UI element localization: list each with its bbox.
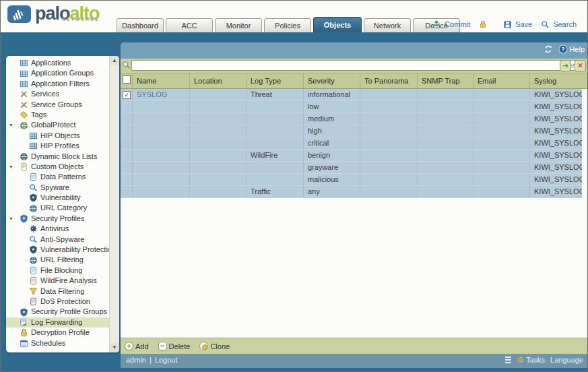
sidebar-item-vulnerability-protection[interactable]: Vulnerability Protection: [6, 245, 109, 255]
object-tree-sidebar: Applications Application Groups Applicat…: [6, 56, 119, 352]
tab-network[interactable]: Network: [364, 18, 411, 32]
row-checkbox[interactable]: ✓: [123, 91, 131, 99]
tab-objects[interactable]: Objects: [313, 17, 362, 32]
column-header-severity[interactable]: Severity: [304, 73, 360, 88]
sidebar-item-vulnerability[interactable]: Vulnerability: [6, 193, 109, 203]
sidebar-item-security-profile-groups[interactable]: Security Profile Groups: [6, 307, 109, 317]
cell-severity: high: [304, 125, 360, 137]
profile-name-link[interactable]: SYSLOG: [137, 90, 167, 98]
table-row[interactable]: WildFire benign KIWI_SYSLOG: [121, 150, 582, 162]
column-header-name[interactable]: Name: [133, 73, 190, 88]
sidebar-item-label: Data Patterns: [40, 172, 86, 182]
sidebar-item-decryption-profile[interactable]: Decryption Profile: [6, 328, 109, 338]
save-icon[interactable]: [503, 20, 512, 29]
sidebar-item-hip-objects[interactable]: HIP Objects: [6, 131, 109, 141]
sidebar-item-label: HIP Profiles: [40, 141, 79, 151]
table-row[interactable]: grayware KIWI_SYSLOG: [121, 162, 582, 174]
table-row[interactable]: Traffic any KIWI_SYSLOG: [121, 186, 582, 198]
sidebar-item-wildfire-analysis[interactable]: WildFire Analysis: [6, 276, 109, 286]
sidebar-item-application-groups[interactable]: Application Groups: [6, 68, 109, 78]
sidebar-item-security-profiles[interactable]: ▼Security Profiles: [6, 214, 109, 224]
sidebar-item-label: Decryption Profile: [31, 328, 90, 338]
filter-input[interactable]: 1 item: [131, 60, 581, 71]
column-header-log-type[interactable]: Log Type: [247, 73, 304, 88]
logout-link[interactable]: Logout: [155, 356, 178, 364]
cell-severity: benign: [304, 150, 360, 161]
search-button[interactable]: Search: [553, 20, 577, 28]
table-row[interactable]: malicious KIWI_SYSLOG: [121, 174, 582, 186]
apply-filter-button[interactable]: ➜: [560, 60, 571, 71]
tab-acc[interactable]: ACC: [166, 18, 213, 32]
column-header-to-panorama[interactable]: To Panorama: [360, 73, 418, 88]
sidebar-item-data-patterns[interactable]: Data Patterns: [6, 172, 109, 182]
lock-icon[interactable]: [479, 20, 487, 28]
table-row[interactable]: low KIWI_SYSLOG: [121, 101, 582, 113]
cell-severity: grayware: [304, 162, 360, 173]
tab-dashboard[interactable]: Dashboard: [117, 18, 164, 32]
cell-log-type: [247, 137, 304, 149]
sidebar-item-file-blocking[interactable]: File Blocking: [6, 266, 109, 276]
hip-profiles-icon: [29, 142, 38, 150]
sidebar-item-application-filters[interactable]: Application Filters: [6, 79, 109, 89]
commit-button[interactable]: Commit: [445, 20, 470, 28]
scroll-down-icon[interactable]: ▼: [110, 343, 119, 352]
table-row[interactable]: medium KIWI_SYSLOG: [121, 113, 582, 125]
sidebar-item-url-filtering[interactable]: URL Filtering: [6, 255, 109, 265]
language-button[interactable]: Language: [550, 356, 583, 364]
sidebar-item-dos-protection[interactable]: DoS Protection: [6, 297, 109, 307]
delete-button[interactable]: −Delete: [158, 342, 191, 350]
vulnerability-protection-icon: [29, 245, 38, 254]
column-header-email[interactable]: Email: [473, 73, 530, 88]
add-button[interactable]: +Add: [125, 342, 149, 350]
sidebar-item-data-filtering[interactable]: Data Filtering: [6, 286, 109, 297]
tab-policies[interactable]: Policies: [264, 18, 311, 32]
logged-in-user: admin: [126, 356, 146, 364]
column-header-syslog[interactable]: Syslog: [530, 73, 588, 88]
commit-icon[interactable]: [432, 20, 441, 29]
sidebar-item-antivirus[interactable]: Antivirus: [6, 224, 109, 234]
sidebar-item-services[interactable]: Services: [6, 89, 109, 99]
sidebar-scrollbar[interactable]: ▲ ▼: [109, 56, 119, 352]
sidebar-item-globalprotect[interactable]: ▼GlobalProtect: [6, 120, 109, 130]
column-header-snmp-trap[interactable]: SNMP Trap: [418, 73, 473, 88]
cell-syslog: KIWI_SYSLOG: [530, 101, 582, 113]
sidebar-item-label: Security Profiles: [31, 214, 84, 224]
sidebar-item-hip-profiles[interactable]: HIP Profiles: [6, 141, 109, 151]
help-link[interactable]: Help: [558, 44, 585, 54]
sidebar-item-schedules[interactable]: Schedules: [6, 338, 109, 348]
sidebar-item-tags[interactable]: Tags: [6, 110, 109, 120]
sidebar-item-dynamic-block-lists[interactable]: Dynamic Block Lists: [6, 152, 109, 162]
clear-filter-button[interactable]: ✕: [575, 60, 586, 71]
sidebar-item-spyware[interactable]: Spyware: [6, 183, 109, 193]
custom-objects-icon: [20, 162, 28, 171]
tasks-button[interactable]: ⚙ Tasks: [517, 356, 545, 364]
sidebar-item-log-forwarding[interactable]: Log Forwarding: [6, 317, 109, 328]
sidebar-item-service-groups[interactable]: Service Groups: [6, 100, 109, 110]
filter-bar: 1 item ➜ ✕: [121, 59, 588, 73]
column-header-location[interactable]: Location: [190, 73, 247, 88]
sidebar-item-url-category[interactable]: URL Category: [6, 203, 109, 213]
expander-icon[interactable]: ▼: [9, 214, 13, 224]
clone-label: Clone: [210, 342, 230, 350]
save-button[interactable]: Save: [515, 20, 532, 28]
sidebar-item-custom-objects[interactable]: ▼Custom Objects: [6, 162, 109, 172]
select-all-checkbox[interactable]: [123, 75, 131, 84]
tab-monitor[interactable]: Monitor: [215, 18, 262, 32]
paloalto-logo-icon: [7, 5, 32, 24]
table-row[interactable]: critical KIWI_SYSLOG: [121, 137, 582, 150]
sidebar-item-anti-spyware[interactable]: Anti-Spyware: [6, 235, 109, 245]
scroll-up-icon[interactable]: ▲: [110, 56, 119, 65]
sidebar-item-applications[interactable]: Applications: [6, 58, 109, 68]
brand-text-sub: NETWORKS: [62, 11, 100, 28]
refresh-icon[interactable]: [544, 44, 553, 54]
clone-button[interactable]: Clone: [199, 342, 230, 350]
anti-spyware-icon: [29, 235, 38, 244]
expander-icon[interactable]: ▼: [9, 162, 13, 172]
table-row[interactable]: ✓ SYSLOG Threat informational KIWI_SYSLO…: [121, 89, 582, 101]
expander-icon[interactable]: ▼: [9, 120, 13, 130]
table-row[interactable]: high KIWI_SYSLOG: [121, 125, 582, 137]
sidebar-item-label: Custom Objects: [31, 162, 84, 172]
decryption-profile-icon: [20, 328, 28, 337]
cell-syslog: KIWI_SYSLOG: [530, 162, 582, 173]
search-icon[interactable]: [541, 20, 550, 29]
